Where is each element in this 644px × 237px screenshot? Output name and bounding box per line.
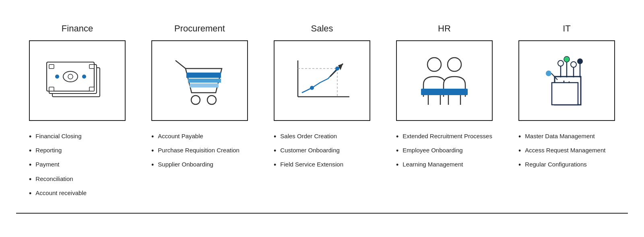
hr-bullet-list: Extended Recruitment Processes Employee … — [396, 132, 493, 175]
sales-bullet-3: Field Service Extension — [274, 160, 370, 170]
finance-bullet-3: Payment — [29, 160, 126, 170]
column-procurement: Procurement Account Payable Purchase Req… — [138, 23, 261, 175]
it-bullet-2: Access Request Management — [518, 146, 615, 156]
sales-title: Sales — [311, 23, 333, 34]
svg-rect-7 — [49, 64, 54, 69]
svg-point-24 — [310, 86, 314, 90]
sales-bullet-2: Customer Onboarding — [274, 146, 370, 156]
finance-bullet-5: Account receivable — [29, 189, 126, 198]
bottom-divider — [16, 213, 628, 214]
it-bullet-1: Master Data Management — [518, 132, 615, 141]
svg-rect-15 — [190, 83, 219, 87]
hr-icon-box — [396, 40, 493, 121]
svg-rect-28 — [421, 89, 468, 95]
svg-line-11 — [175, 60, 186, 69]
finance-bullet-list: Financial Closing Reporting Payment Reco… — [29, 132, 126, 203]
svg-point-43 — [558, 60, 564, 66]
svg-point-44 — [564, 56, 570, 62]
svg-point-5 — [55, 75, 59, 79]
main-columns: Finance Fina — [16, 23, 628, 203]
sales-bullet-1: Sales Order Creation — [274, 132, 370, 141]
svg-point-27 — [448, 58, 461, 71]
svg-point-26 — [427, 58, 441, 71]
it-bullet-list: Master Data Management Access Request Ma… — [518, 132, 615, 175]
sales-icon-box — [274, 40, 370, 121]
finance-icon-box — [29, 40, 126, 121]
svg-rect-38 — [552, 83, 578, 105]
procurement-bullet-1: Account Payable — [151, 132, 248, 141]
it-bullet-3: Regular Configurations — [518, 160, 615, 170]
column-finance: Finance Fina — [16, 23, 138, 203]
svg-point-17 — [207, 96, 216, 104]
finance-title: Finance — [62, 23, 93, 34]
hr-bullet-2: Employee Onboarding — [396, 146, 493, 156]
svg-point-47 — [546, 71, 551, 76]
svg-point-16 — [191, 96, 200, 104]
svg-point-45 — [571, 62, 576, 67]
finance-bullet-2: Reporting — [29, 146, 126, 156]
svg-point-46 — [577, 58, 583, 64]
finance-bullet-4: Reconciliation — [29, 175, 126, 184]
procurement-icon-box — [151, 40, 248, 121]
hr-bullet-1: Extended Recruitment Processes — [396, 132, 493, 141]
column-sales: Sales Sales Order Creation Custom — [261, 23, 383, 175]
column-it: IT — [506, 23, 628, 175]
sales-bullet-list: Sales Order Creation Customer Onboarding… — [274, 132, 370, 175]
column-hr: HR Extended Recruitment Proces — [383, 23, 506, 175]
it-title: IT — [563, 23, 571, 34]
svg-rect-13 — [186, 73, 221, 78]
hr-bullet-3: Learning Management — [396, 160, 493, 170]
procurement-title: Procurement — [174, 23, 225, 34]
svg-point-6 — [82, 75, 86, 79]
svg-point-25 — [335, 67, 339, 71]
svg-rect-14 — [188, 79, 221, 83]
svg-rect-10 — [89, 87, 94, 91]
procurement-bullet-list: Account Payable Purchase Requisition Cre… — [151, 132, 248, 175]
finance-bullet-1: Financial Closing — [29, 132, 126, 141]
procurement-bullet-3: Supplier Onboarding — [151, 160, 248, 170]
it-icon-box — [518, 40, 615, 121]
svg-rect-8 — [89, 64, 94, 69]
svg-point-4 — [68, 74, 73, 79]
svg-rect-9 — [49, 87, 54, 91]
hr-title: HR — [438, 23, 451, 34]
procurement-bullet-2: Purchase Requisition Creation — [151, 146, 248, 156]
